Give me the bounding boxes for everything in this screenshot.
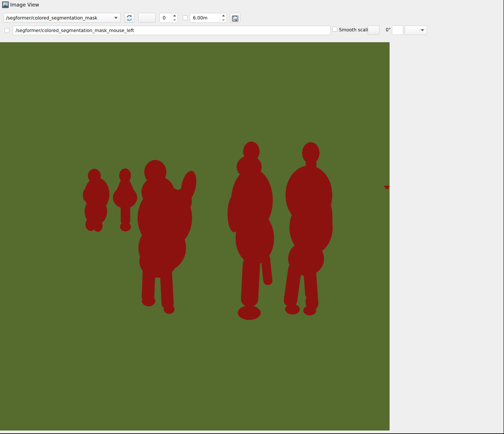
blank-toolbar-button[interactable] <box>138 13 155 23</box>
image-display[interactable] <box>0 42 390 431</box>
spin-down-button[interactable] <box>220 18 226 23</box>
save-image-icon <box>231 14 239 22</box>
publish-mouse-click-checkbox[interactable] <box>5 28 9 33</box>
mouse-topic-field[interactable]: /segformer/colored_segmentation_mask_mou… <box>13 26 331 35</box>
max-range-spinbox-buttons <box>220 13 226 22</box>
mask-gap <box>299 294 306 301</box>
chevron-down-icon <box>421 29 424 31</box>
max-range-spinbox[interactable]: 6.00m <box>190 13 227 23</box>
titlebar: Image View <box>2 1 39 8</box>
max-range-spinbox-value: 6.00m <box>190 13 220 22</box>
dynamic-range-checkbox[interactable] <box>183 15 188 20</box>
image-view-plugin-icon <box>2 1 9 8</box>
save-image-button[interactable] <box>230 13 240 23</box>
blank-rotate-button[interactable] <box>368 26 379 35</box>
spin-down-icon <box>222 19 225 21</box>
rotation-degree-label: 0° <box>386 27 391 32</box>
spin-up-button[interactable] <box>220 13 226 18</box>
frame-spinbox-value: 0 <box>160 13 171 22</box>
frame-spinbox-buttons <box>171 13 178 22</box>
image-view-window: Image View /segformer/colored_segmentati… <box>0 0 504 434</box>
topic-selector-value: /segformer/colored_segmentation_mask <box>6 15 97 20</box>
smooth-scaling-checkbox[interactable] <box>333 27 337 32</box>
refresh-topics-button[interactable] <box>124 13 135 23</box>
chevron-down-icon <box>114 17 118 19</box>
mouse-topic-field-value: /segformer/colored_segmentation_mask_mou… <box>16 28 134 33</box>
frame-spinbox[interactable]: 0 <box>159 13 178 23</box>
spin-up-button[interactable] <box>171 13 178 18</box>
blank-field[interactable] <box>392 26 403 35</box>
spin-up-icon <box>173 15 176 17</box>
spin-down-icon <box>173 19 176 21</box>
segmentation-mask-svg <box>0 42 390 431</box>
spin-up-icon <box>222 15 225 17</box>
spin-down-button[interactable] <box>171 18 178 23</box>
refresh-icon <box>126 14 133 22</box>
topic-selector[interactable]: /segformer/colored_segmentation_mask <box>3 13 120 23</box>
rotate-selector[interactable] <box>405 26 427 35</box>
window-title: Image View <box>10 2 39 8</box>
